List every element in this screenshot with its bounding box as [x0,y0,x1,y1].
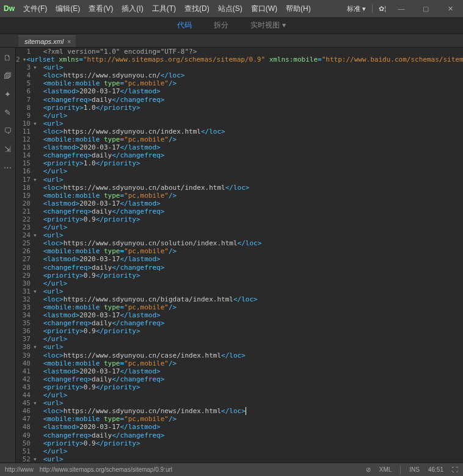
code-line[interactable]: 10▾ <url> [16,120,463,128]
code-content[interactable]: <lastmod>2020-03-17</lastmod> [39,423,463,431]
more-icon[interactable]: ⋯ [3,162,13,172]
code-content[interactable]: <loc>https://www.sdyunyou.cn/about/index… [39,184,463,192]
code-line[interactable]: 34 <lastmod>2020-03-17</lastmod> [16,311,463,319]
code-line[interactable]: 18 <loc>https://www.sdyunyou.cn/about/in… [16,184,463,192]
code-line[interactable]: 39 <loc>https://www.sdyunyou.cn/case/ind… [16,352,463,359]
fold-toggle[interactable]: ▾ [33,176,39,184]
code-content[interactable]: <lastmod>2020-03-17</lastmod> [39,87,463,95]
code-content[interactable]: <urlset xmlns="http://www.sitemaps.org/s… [26,56,463,63]
code-content[interactable]: <priority>1.0</priority> [39,159,463,167]
code-line[interactable]: 40 <mobile:mobile type="pc,mobile"/> [16,359,463,367]
code-content[interactable]: <priority>0.9</priority> [39,272,463,279]
code-content[interactable]: <loc>https://www.sdyunyou.cn/news/index.… [39,407,463,415]
wand-icon[interactable]: ✦ [3,89,13,99]
code-line[interactable]: 24▾ <url> [16,231,463,239]
code-content[interactable]: <changefreq>daily</changefreq> [39,207,463,215]
code-line[interactable]: 38▾ <url> [16,343,463,351]
code-content[interactable]: <priority>0.9</priority> [39,215,463,223]
fold-toggle[interactable]: ▾ [33,231,39,239]
code-content[interactable]: <changefreq>daily</changefreq> [39,151,463,159]
expand-icon[interactable]: ⛶ [452,466,458,473]
status-language[interactable]: XML [379,466,392,473]
code-content[interactable]: <loc>https://www.sdyunyou.cn/solution/in… [39,239,463,247]
code-line[interactable]: 31▾ <url> [16,287,463,295]
code-line[interactable]: 16 </url> [16,167,463,175]
code-content[interactable]: <changefreq>daily</changefreq> [39,375,463,383]
code-line[interactable]: 29 <priority>0.9</priority> [16,272,463,279]
fold-toggle[interactable]: ▾ [23,56,27,63]
sync-icon[interactable]: ✿¦ [379,5,386,13]
code-content[interactable]: <url> [39,399,463,407]
code-content[interactable]: <?xml version="1.0" encoding="UTF-8"?> [39,48,463,56]
code-line[interactable]: 52▾ <url> [16,455,463,463]
code-line[interactable]: 15 <priority>1.0</priority> [16,159,463,167]
menu-5[interactable]: 查找(D) [181,1,213,16]
code-content[interactable]: <lastmod>2020-03-17</lastmod> [39,367,463,375]
code-content[interactable]: </url> [39,112,463,120]
code-content[interactable]: <mobile:mobile type="pc,mobile"/> [39,359,463,367]
code-content[interactable]: <url> [39,120,463,128]
code-content[interactable]: <lastmod>2020-03-17</lastmod> [39,311,463,319]
file-tab[interactable]: sitemaps.xml × [18,35,76,47]
code-line[interactable]: 49 <changefreq>daily</changefreq> [16,431,463,439]
code-line[interactable]: 26 <mobile:mobile type="pc,mobile"/> [16,247,463,255]
code-line[interactable]: 35 <changefreq>daily</changefreq> [16,319,463,327]
minimize-button[interactable]: — [392,2,410,15]
close-icon[interactable]: × [67,38,71,45]
code-content[interactable]: <url> [39,63,463,71]
code-line[interactable]: 3▾ <url> [16,63,463,71]
code-content[interactable]: <loc>https://www.sdyunyou.cn/index.html<… [39,128,463,135]
view-split[interactable]: 拆分 [209,18,233,33]
code-line[interactable]: 7 <changefreq>daily</changefreq> [16,96,463,104]
code-content[interactable]: <changefreq>daily</changefreq> [39,319,463,327]
code-content[interactable]: <mobile:mobile type="pc,mobile"/> [39,247,463,255]
code-line[interactable]: 13 <lastmod>2020-03-17</lastmod> [16,143,463,151]
fold-toggle[interactable]: ▾ [33,120,39,128]
code-line[interactable]: 45▾ <url> [16,399,463,407]
code-content[interactable]: <loc>https://www.sdyunyou.cn/bigdata/ind… [39,295,463,303]
code-line[interactable]: 32 <loc>https://www.sdyunyou.cn/bigdata/… [16,295,463,303]
status-path-root[interactable]: http://www [5,466,34,473]
code-line[interactable]: 1 <?xml version="1.0" encoding="UTF-8"?> [16,48,463,56]
code-line[interactable]: 20 <lastmod>2020-03-17</lastmod> [16,200,463,207]
code-content[interactable]: <lastmod>2020-03-17</lastmod> [39,200,463,207]
code-line[interactable]: 5 <mobile:mobile type="pc,mobile"/> [16,79,463,87]
code-content[interactable]: <loc>https://www.sdyunyou.cn/</loc> [39,71,463,79]
code-line[interactable]: 36 <priority>0.9</priority> [16,327,463,335]
code-content[interactable]: <mobile:mobile type="pc,mobile"/> [39,415,463,423]
code-content[interactable]: </url> [39,223,463,231]
code-content[interactable]: <url> [39,343,463,351]
manage-icon[interactable]: 🗊 [3,71,13,81]
code-content[interactable]: </url> [39,447,463,455]
code-content[interactable]: <priority>0.9</priority> [39,383,463,391]
code-line[interactable]: 46 <loc>https://www.sdyunyou.cn/news/ind… [16,407,463,415]
code-line[interactable]: 23 </url> [16,223,463,231]
code-content[interactable]: <changefreq>daily</changefreq> [39,96,463,104]
code-content[interactable]: </url> [39,279,463,287]
code-content[interactable]: <mobile:mobile type="pc,mobile"/> [39,303,463,311]
code-content[interactable]: <priority>1.0</priority> [39,104,463,112]
fold-toggle[interactable]: ▾ [33,63,39,71]
code-content[interactable]: <url> [39,231,463,239]
status-insert-mode[interactable]: INS [409,466,420,473]
code-line[interactable]: 2▾<urlset xmlns="http://www.sitemaps.org… [16,56,463,63]
code-content[interactable]: <changefreq>daily</changefreq> [39,264,463,272]
code-line[interactable]: 6 <lastmod>2020-03-17</lastmod> [16,87,463,95]
code-line[interactable]: 27 <lastmod>2020-03-17</lastmod> [16,255,463,263]
code-content[interactable]: </url> [39,391,463,399]
code-line[interactable]: 42 <changefreq>daily</changefreq> [16,375,463,383]
code-line[interactable]: 4 <loc>https://www.sdyunyou.cn/</loc> [16,71,463,79]
code-line[interactable]: 17▾ <url> [16,176,463,184]
code-content[interactable]: <url> [39,176,463,184]
code-line[interactable]: 8 <priority>1.0</priority> [16,104,463,112]
close-button[interactable]: ✕ [441,2,459,15]
code-content[interactable]: <changefreq>daily</changefreq> [39,431,463,439]
fold-toggle[interactable]: ▾ [33,343,39,351]
menu-8[interactable]: 帮助(H) [282,1,315,16]
code-line[interactable]: 41 <lastmod>2020-03-17</lastmod> [16,367,463,375]
code-content[interactable]: <url> [39,287,463,295]
menu-1[interactable]: 编辑(E) [52,1,84,16]
code-line[interactable]: 48 <lastmod>2020-03-17</lastmod> [16,423,463,431]
code-line[interactable]: 19 <mobile:mobile type="pc,mobile"/> [16,192,463,200]
menu-3[interactable]: 插入(I) [118,1,147,16]
